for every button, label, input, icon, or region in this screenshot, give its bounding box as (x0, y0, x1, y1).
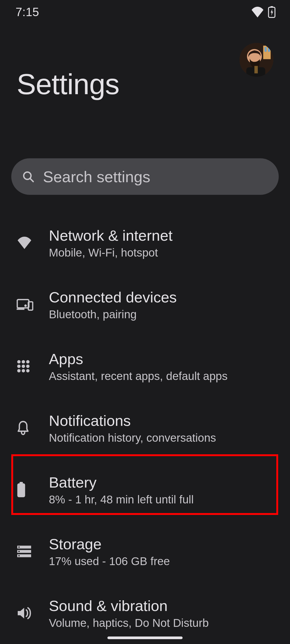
item-title: Storage (49, 535, 279, 553)
wifi-icon (17, 237, 32, 249)
devices-icon (17, 298, 33, 311)
svg-point-17 (26, 360, 30, 364)
sound-icon (17, 606, 32, 620)
nav-handle[interactable] (107, 636, 183, 639)
status-bar: 7:15 (0, 0, 290, 24)
battery-icon (17, 482, 26, 497)
page-title: Settings (17, 70, 273, 99)
svg-rect-12 (17, 308, 24, 310)
search-placeholder: Search settings (43, 168, 150, 186)
apps-icon (17, 360, 30, 373)
svg-point-21 (17, 369, 21, 372)
settings-item-sound[interactable]: Sound & vibration Volume, haptics, Do No… (0, 582, 290, 644)
svg-rect-29 (18, 551, 20, 552)
item-subtitle: Volume, haptics, Do Not Disturb (49, 617, 279, 630)
item-subtitle: 8% - 1 hr, 48 min left until full (49, 493, 279, 506)
svg-line-10 (30, 178, 33, 181)
profile-avatar[interactable] (240, 43, 273, 77)
item-title: Network & internet (49, 227, 279, 244)
svg-rect-4 (264, 47, 267, 52)
status-icons (251, 6, 276, 18)
item-subtitle: Bluetooth, pairing (49, 308, 279, 321)
item-title: Sound & vibration (49, 597, 279, 614)
svg-point-14 (24, 305, 27, 307)
svg-rect-25 (17, 483, 25, 497)
svg-point-18 (17, 365, 21, 368)
item-subtitle: 17% used - 106 GB free (49, 555, 279, 568)
settings-item-connected-devices[interactable]: Connected devices Bluetooth, pairing (0, 274, 290, 335)
item-title: Battery (49, 474, 279, 491)
header: Settings (0, 70, 290, 99)
settings-item-apps[interactable]: Apps Assistant, recent apps, default app… (0, 335, 290, 397)
svg-rect-31 (18, 555, 20, 556)
search-settings[interactable]: Search settings (11, 158, 279, 195)
svg-point-19 (22, 365, 25, 368)
status-time: 7:15 (16, 5, 39, 19)
svg-rect-3 (263, 46, 271, 59)
storage-icon (17, 545, 32, 558)
item-title: Connected devices (49, 288, 279, 306)
svg-rect-5 (268, 47, 270, 52)
item-subtitle: Notification history, conversations (49, 431, 279, 444)
item-subtitle: Mobile, Wi-Fi, hotspot (49, 246, 279, 259)
item-title: Apps (49, 350, 279, 368)
settings-item-storage[interactable]: Storage 17% used - 106 GB free (0, 521, 290, 582)
svg-point-22 (22, 369, 25, 372)
svg-rect-11 (17, 299, 29, 308)
item-subtitle: Assistant, recent apps, default apps (49, 370, 279, 383)
search-icon (21, 170, 35, 183)
settings-item-network[interactable]: Network & internet Mobile, Wi-Fi, hotspo… (0, 212, 290, 274)
svg-point-20 (26, 365, 30, 368)
settings-item-notifications[interactable]: Notifications Notification history, conv… (0, 397, 290, 459)
svg-point-16 (22, 360, 25, 364)
wifi-status-icon (251, 7, 264, 17)
svg-rect-8 (254, 66, 258, 74)
settings-list: Network & internet Mobile, Wi-Fi, hotspo… (0, 212, 290, 644)
settings-item-battery[interactable]: Battery 8% - 1 hr, 48 min left until ful… (0, 459, 290, 521)
svg-rect-27 (18, 547, 20, 548)
item-title: Notifications (49, 412, 279, 429)
svg-point-23 (26, 369, 30, 372)
svg-point-15 (17, 360, 21, 364)
battery-status-icon (268, 6, 276, 18)
bell-icon (17, 420, 30, 436)
